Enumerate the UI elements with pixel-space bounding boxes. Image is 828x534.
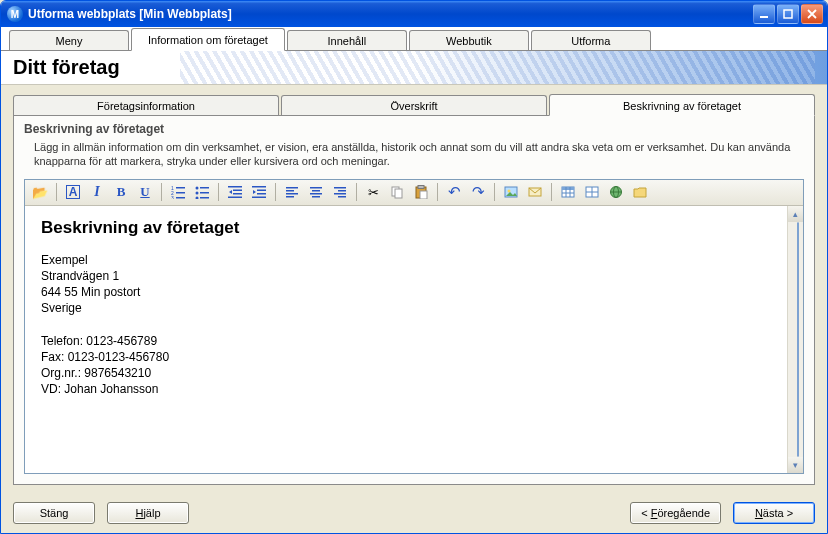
tab-label: Meny (56, 35, 83, 47)
content-line: Sverige (41, 301, 82, 315)
main-tabs: Meny Information om företaget Innehåll W… (1, 27, 827, 51)
scroll-up-button[interactable]: ▴ (788, 206, 803, 222)
tab-innehall[interactable]: Innehåll (287, 30, 407, 50)
toolbar-separator (551, 183, 552, 201)
scissors-icon: ✂ (368, 185, 379, 200)
toolbar-separator (437, 183, 438, 201)
tab-meny[interactable]: Meny (9, 30, 129, 50)
align-right-button[interactable] (329, 181, 351, 203)
editor-toolbar: 📂 A I B U 123 (25, 180, 803, 206)
copy-icon (390, 185, 404, 199)
align-left-button[interactable] (281, 181, 303, 203)
bullet-list-button[interactable] (191, 181, 213, 203)
toolbar-separator (356, 183, 357, 201)
paste-button[interactable] (410, 181, 432, 203)
undo-button[interactable]: ↶ (443, 181, 465, 203)
scroll-thumb[interactable] (797, 222, 799, 457)
toolbar-separator (161, 183, 162, 201)
tab-utforma[interactable]: Utforma (531, 30, 651, 50)
window-title: Utforma webbplats [Min Webbplats] (28, 7, 751, 21)
italic-button[interactable]: I (86, 181, 108, 203)
insert-image-button[interactable] (500, 181, 522, 203)
world-icon (609, 185, 623, 199)
bold-icon: B (117, 184, 126, 200)
svg-rect-26 (310, 187, 322, 189)
body-area: Företagsinformation Överskrift Beskrivni… (1, 85, 827, 493)
subtab-label: Överskrift (390, 100, 437, 112)
svg-rect-16 (233, 193, 242, 195)
numbered-list-icon: 123 (171, 185, 185, 199)
svg-text:3: 3 (171, 195, 174, 199)
close-button[interactable] (801, 4, 823, 24)
tab-webbutik[interactable]: Webbutik (409, 30, 529, 50)
page-settings-button[interactable] (629, 181, 651, 203)
bold-button[interactable]: B (110, 181, 132, 203)
editor-textarea[interactable]: Beskrivning av företaget Exempel Strandv… (25, 206, 787, 473)
vertical-scrollbar[interactable]: ▴ ▾ (787, 206, 803, 473)
button-label: Nästa > (755, 507, 793, 519)
toolbar-separator (56, 183, 57, 201)
content-line: Strandvägen 1 (41, 269, 119, 283)
tab-information-om-foretaget[interactable]: Information om företaget (131, 28, 285, 51)
sub-panel: Beskrivning av företaget Lägg in allmän … (13, 115, 815, 485)
numbered-list-button[interactable]: 123 (167, 181, 189, 203)
maximize-button[interactable] (777, 4, 799, 24)
redo-button[interactable]: ↷ (467, 181, 489, 203)
indent-icon (252, 185, 266, 199)
svg-rect-37 (418, 186, 424, 189)
next-button[interactable]: Nästa > (733, 502, 815, 524)
subtab-beskrivning-av-foretaget[interactable]: Beskrivning av företaget (549, 94, 815, 116)
app-window: M Utforma webbplats [Min Webbplats] Meny… (0, 0, 828, 534)
toolbar-separator (218, 183, 219, 201)
svg-point-10 (196, 192, 199, 195)
insert-mail-button[interactable] (524, 181, 546, 203)
svg-rect-17 (228, 197, 242, 199)
previous-button[interactable]: < Föregående (630, 502, 721, 524)
outdent-icon (228, 185, 242, 199)
svg-rect-9 (200, 187, 209, 189)
minimize-button[interactable] (753, 4, 775, 24)
tab-label: Utforma (571, 35, 610, 47)
tab-label: Webbutik (446, 35, 492, 47)
scroll-down-button[interactable]: ▾ (788, 457, 803, 473)
svg-point-8 (196, 187, 199, 190)
close-button-footer[interactable]: Stäng (13, 502, 95, 524)
insert-link-button[interactable] (605, 181, 627, 203)
align-center-button[interactable] (305, 181, 327, 203)
panel-title: Beskrivning av företaget (24, 122, 804, 136)
svg-rect-24 (286, 193, 298, 195)
subtab-overskrift[interactable]: Överskrift (281, 95, 547, 115)
outdent-button[interactable] (224, 181, 246, 203)
svg-rect-28 (310, 193, 322, 195)
mail-icon (528, 185, 542, 199)
editor-body: Beskrivning av företaget Exempel Strandv… (25, 206, 803, 473)
svg-rect-25 (286, 196, 294, 198)
toolbar-separator (494, 183, 495, 201)
table-properties-button[interactable] (581, 181, 603, 203)
page-title: Ditt företag (13, 56, 120, 79)
folder-open-icon: 📂 (32, 185, 48, 200)
svg-rect-7 (176, 197, 185, 199)
font-icon: A (66, 185, 80, 199)
svg-point-12 (196, 197, 199, 200)
subtab-foretagsinformation[interactable]: Företagsinformation (13, 95, 279, 115)
svg-rect-11 (200, 192, 209, 194)
titlebar[interactable]: M Utforma webbplats [Min Webbplats] (1, 1, 827, 27)
underline-button[interactable]: U (134, 181, 156, 203)
help-button[interactable]: Hjälp (107, 502, 189, 524)
undo-icon: ↶ (448, 183, 461, 201)
sub-tabs: Företagsinformation Överskrift Beskrivni… (13, 93, 815, 115)
button-label: Stäng (40, 507, 69, 519)
svg-rect-27 (312, 190, 320, 192)
open-file-button[interactable]: 📂 (29, 181, 51, 203)
insert-table-button[interactable] (557, 181, 579, 203)
chevron-down-icon: ▾ (793, 460, 798, 470)
indent-button[interactable] (248, 181, 270, 203)
cut-button[interactable]: ✂ (362, 181, 384, 203)
svg-rect-0 (760, 16, 768, 18)
font-color-button[interactable]: A (62, 181, 84, 203)
table-props-icon (585, 185, 599, 199)
svg-rect-21 (252, 197, 266, 199)
button-label: < Föregående (641, 507, 710, 519)
copy-button[interactable] (386, 181, 408, 203)
